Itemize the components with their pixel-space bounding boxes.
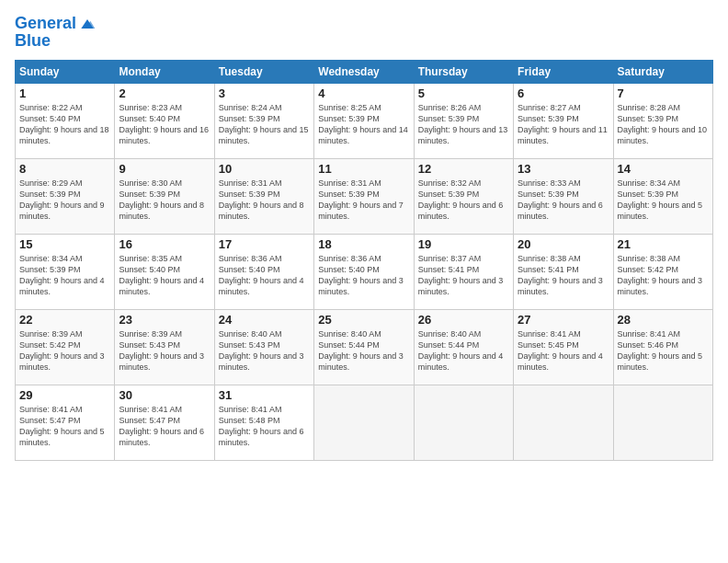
calendar-cell-11: 11Sunrise: 8:31 AMSunset: 5:39 PMDayligh… bbox=[314, 159, 414, 235]
calendar-cell-8: 8Sunrise: 8:29 AMSunset: 5:39 PMDaylight… bbox=[16, 159, 115, 235]
weekday-header-saturday: Saturday bbox=[613, 61, 712, 84]
calendar-cell-2: 2Sunrise: 8:23 AMSunset: 5:40 PMDaylight… bbox=[115, 84, 214, 159]
calendar-week-0: 1Sunrise: 8:22 AMSunset: 5:40 PMDaylight… bbox=[16, 84, 713, 159]
calendar-cell-23: 23Sunrise: 8:39 AMSunset: 5:43 PMDayligh… bbox=[115, 310, 214, 385]
calendar-cell-3: 3Sunrise: 8:24 AMSunset: 5:39 PMDaylight… bbox=[214, 84, 313, 159]
calendar-cell-16: 16Sunrise: 8:35 AMSunset: 5:40 PMDayligh… bbox=[115, 235, 214, 310]
weekday-header-wednesday: Wednesday bbox=[314, 61, 414, 84]
calendar-cell-29: 29Sunrise: 8:41 AMSunset: 5:47 PMDayligh… bbox=[16, 385, 115, 461]
calendar-cell-21: 21Sunrise: 8:38 AMSunset: 5:42 PMDayligh… bbox=[613, 235, 712, 310]
logo-icon bbox=[78, 15, 97, 33]
calendar-week-4: 29Sunrise: 8:41 AMSunset: 5:47 PMDayligh… bbox=[16, 385, 713, 461]
weekday-header-tuesday: Tuesday bbox=[214, 61, 313, 84]
weekday-header-thursday: Thursday bbox=[414, 61, 513, 84]
calendar-cell-26: 26Sunrise: 8:40 AMSunset: 5:44 PMDayligh… bbox=[414, 310, 513, 385]
calendar-cell-18: 18Sunrise: 8:36 AMSunset: 5:40 PMDayligh… bbox=[314, 235, 414, 310]
calendar-cell-27: 27Sunrise: 8:41 AMSunset: 5:45 PMDayligh… bbox=[514, 310, 613, 385]
calendar-cell-4: 4Sunrise: 8:25 AMSunset: 5:39 PMDaylight… bbox=[314, 84, 414, 159]
calendar-cell-5: 5Sunrise: 8:26 AMSunset: 5:39 PMDaylight… bbox=[414, 84, 513, 159]
calendar-cell-25: 25Sunrise: 8:40 AMSunset: 5:44 PMDayligh… bbox=[314, 310, 414, 385]
calendar-cell-24: 24Sunrise: 8:40 AMSunset: 5:43 PMDayligh… bbox=[214, 310, 313, 385]
weekday-header-sunday: Sunday bbox=[16, 61, 115, 84]
calendar-cell-empty-4-5 bbox=[514, 385, 613, 461]
calendar-cell-12: 12Sunrise: 8:32 AMSunset: 5:39 PMDayligh… bbox=[414, 159, 513, 235]
calendar-cell-empty-4-3 bbox=[314, 385, 414, 461]
logo-text: General bbox=[15, 15, 76, 33]
calendar-cell-15: 15Sunrise: 8:34 AMSunset: 5:39 PMDayligh… bbox=[16, 235, 115, 310]
calendar-cell-1: 1Sunrise: 8:22 AMSunset: 5:40 PMDaylight… bbox=[16, 84, 115, 159]
calendar-week-1: 8Sunrise: 8:29 AMSunset: 5:39 PMDaylight… bbox=[16, 159, 713, 235]
calendar-cell-7: 7Sunrise: 8:28 AMSunset: 5:39 PMDaylight… bbox=[613, 84, 712, 159]
calendar-cell-empty-4-4 bbox=[414, 385, 513, 461]
logo: General Blue bbox=[15, 15, 97, 51]
calendar-cell-6: 6Sunrise: 8:27 AMSunset: 5:39 PMDaylight… bbox=[514, 84, 613, 159]
calendar-cell-14: 14Sunrise: 8:34 AMSunset: 5:39 PMDayligh… bbox=[613, 159, 712, 235]
calendar-cell-30: 30Sunrise: 8:41 AMSunset: 5:47 PMDayligh… bbox=[115, 385, 214, 461]
calendar-cell-9: 9Sunrise: 8:30 AMSunset: 5:39 PMDaylight… bbox=[115, 159, 214, 235]
calendar-week-3: 22Sunrise: 8:39 AMSunset: 5:42 PMDayligh… bbox=[16, 310, 713, 385]
weekday-header-friday: Friday bbox=[514, 61, 613, 84]
calendar-cell-10: 10Sunrise: 8:31 AMSunset: 5:39 PMDayligh… bbox=[214, 159, 313, 235]
calendar-cell-22: 22Sunrise: 8:39 AMSunset: 5:42 PMDayligh… bbox=[16, 310, 115, 385]
calendar-header: General Blue bbox=[15, 15, 713, 51]
weekday-header-row: SundayMondayTuesdayWednesdayThursdayFrid… bbox=[16, 61, 713, 84]
weekday-header-monday: Monday bbox=[115, 61, 214, 84]
calendar-week-2: 15Sunrise: 8:34 AMSunset: 5:39 PMDayligh… bbox=[16, 235, 713, 310]
calendar-cell-20: 20Sunrise: 8:38 AMSunset: 5:41 PMDayligh… bbox=[514, 235, 613, 310]
calendar-table: SundayMondayTuesdayWednesdayThursdayFrid… bbox=[15, 60, 713, 461]
calendar-cell-13: 13Sunrise: 8:33 AMSunset: 5:39 PMDayligh… bbox=[514, 159, 613, 235]
calendar-cell-17: 17Sunrise: 8:36 AMSunset: 5:40 PMDayligh… bbox=[214, 235, 313, 310]
calendar-cell-19: 19Sunrise: 8:37 AMSunset: 5:41 PMDayligh… bbox=[414, 235, 513, 310]
calendar-cell-31: 31Sunrise: 8:41 AMSunset: 5:48 PMDayligh… bbox=[214, 385, 313, 461]
calendar-cell-28: 28Sunrise: 8:41 AMSunset: 5:46 PMDayligh… bbox=[613, 310, 712, 385]
logo-blue: Blue bbox=[15, 31, 97, 51]
calendar-cell-empty-4-6 bbox=[613, 385, 712, 461]
